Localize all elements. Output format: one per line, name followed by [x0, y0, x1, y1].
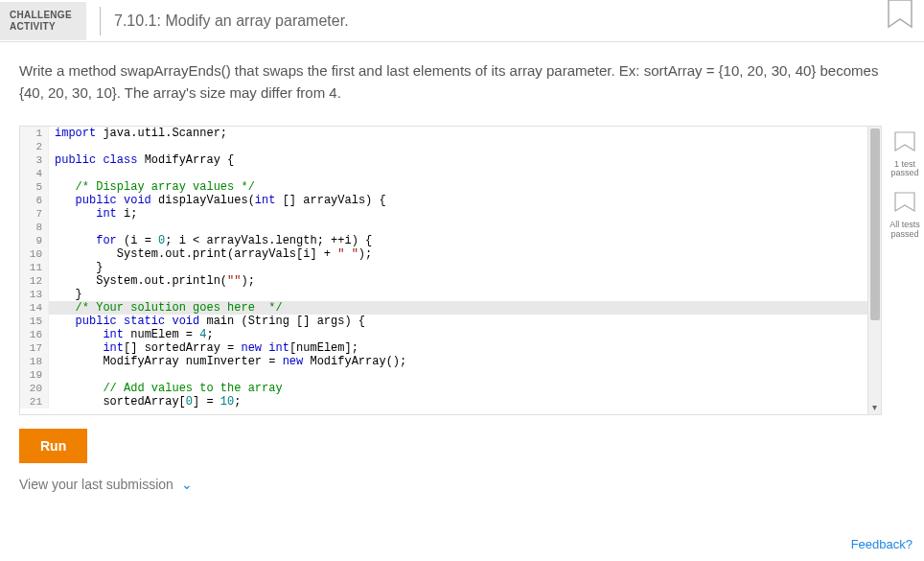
- line-number: 9: [20, 234, 49, 247]
- code-text[interactable]: int i;: [49, 207, 137, 221]
- code-text[interactable]: // Add values to the array: [49, 382, 283, 395]
- line-number: 12: [20, 274, 49, 288]
- code-line-7[interactable]: 7 int i;: [20, 207, 881, 221]
- code-text[interactable]: ModifyArray numInverter = new ModifyArra…: [49, 355, 406, 368]
- code-text[interactable]: public static void main (String [] args)…: [49, 315, 365, 328]
- code-editor[interactable]: 1import java.util.Scanner;23public class…: [19, 126, 882, 415]
- code-line-14[interactable]: 14 /* Your solution goes here */: [20, 301, 881, 315]
- line-number: 10: [20, 247, 49, 261]
- code-line-17[interactable]: 17 int[] sortedArray = new int[numElem];: [20, 341, 881, 355]
- header-divider: [100, 7, 101, 35]
- code-line-18[interactable]: 18 ModifyArray numInverter = new ModifyA…: [20, 355, 881, 368]
- activity-label-line2: ACTIVITY: [10, 21, 77, 33]
- activity-label: CHALLENGE ACTIVITY: [0, 2, 86, 40]
- line-number: 20: [20, 382, 49, 395]
- code-line-16[interactable]: 16 int numElem = 4;: [20, 328, 881, 341]
- code-text[interactable]: int numElem = 4;: [49, 328, 214, 341]
- scrollbar-track[interactable]: ▴ ▾: [867, 127, 881, 414]
- activity-label-line1: CHALLENGE: [10, 10, 77, 21]
- line-number: 4: [20, 167, 49, 180]
- chevron-down-icon: ⌄: [181, 477, 193, 492]
- code-text[interactable]: /* Your solution goes here */: [49, 301, 283, 315]
- one-test-badge: 1 test passed: [890, 131, 918, 179]
- bookmark-icon[interactable]: [888, 0, 912, 33]
- line-number: 17: [20, 341, 49, 355]
- line-number: 14: [20, 301, 49, 315]
- line-number: 13: [20, 288, 49, 301]
- line-number: 5: [20, 180, 49, 194]
- code-line-8[interactable]: 8: [20, 221, 881, 234]
- code-line-12[interactable]: 12 System.out.println("");: [20, 274, 881, 288]
- view-last-submission-label: View your last submission: [19, 477, 173, 492]
- code-line-21[interactable]: 21 sortedArray[0] = 10;: [20, 395, 881, 409]
- line-number: 16: [20, 328, 49, 341]
- run-button[interactable]: Run: [19, 429, 87, 463]
- line-number: 21: [20, 395, 49, 409]
- code-text[interactable]: import java.util.Scanner;: [49, 127, 227, 140]
- line-number: 19: [20, 368, 49, 382]
- code-line-13[interactable]: 13 }: [20, 288, 881, 301]
- all-tests-badge: All tests passed: [889, 192, 920, 240]
- activity-title: 7.10.1: Modify an array parameter.: [114, 12, 349, 30]
- scrollbar-thumb[interactable]: [870, 129, 880, 320]
- code-line-20[interactable]: 20 // Add values to the array: [20, 382, 881, 395]
- code-line-2[interactable]: 2: [20, 140, 881, 153]
- code-line-3[interactable]: 3public class ModifyArray {: [20, 153, 881, 167]
- line-number: 1: [20, 127, 49, 140]
- code-line-4[interactable]: 4: [20, 167, 881, 180]
- code-text[interactable]: }: [49, 261, 103, 274]
- view-last-submission[interactable]: View your last submission ⌄: [0, 477, 924, 492]
- code-text[interactable]: System.out.print(arrayVals[i] + " ");: [49, 247, 372, 261]
- scroll-down-icon[interactable]: ▾: [867, 401, 881, 414]
- code-text[interactable]: }: [49, 288, 82, 301]
- line-number: 6: [20, 194, 49, 207]
- code-text[interactable]: /* Display array values */: [49, 180, 255, 194]
- activity-description: Write a method swapArrayEnds() that swap…: [0, 42, 924, 126]
- line-number: 2: [20, 140, 49, 153]
- code-line-15[interactable]: 15 public static void main (String [] ar…: [20, 315, 881, 328]
- code-line-11[interactable]: 11 }: [20, 261, 881, 274]
- code-line-10[interactable]: 10 System.out.print(arrayVals[i] + " ");: [20, 247, 881, 261]
- line-number: 8: [20, 221, 49, 234]
- all-tests-label: All tests passed: [889, 221, 920, 240]
- code-line-9[interactable]: 9 for (i = 0; i < arrayVals.length; ++i)…: [20, 234, 881, 247]
- code-text[interactable]: System.out.println("");: [49, 274, 255, 288]
- code-line-1[interactable]: 1import java.util.Scanner;: [20, 127, 881, 140]
- code-text[interactable]: int[] sortedArray = new int[numElem];: [49, 341, 358, 355]
- line-number: 15: [20, 315, 49, 328]
- line-number: 11: [20, 261, 49, 274]
- code-line-5[interactable]: 5 /* Display array values */: [20, 180, 881, 194]
- code-line-6[interactable]: 6 public void displayValues(int [] array…: [20, 194, 881, 207]
- line-number: 7: [20, 207, 49, 221]
- line-number: 18: [20, 355, 49, 368]
- code-line-19[interactable]: 19: [20, 368, 881, 382]
- code-text[interactable]: sortedArray[0] = 10;: [49, 395, 241, 409]
- one-test-label: 1 test passed: [890, 160, 918, 179]
- code-text[interactable]: for (i = 0; i < arrayVals.length; ++i) {: [49, 234, 372, 247]
- code-text[interactable]: public void displayValues(int [] arrayVa…: [49, 194, 386, 207]
- line-number: 3: [20, 153, 49, 167]
- header: CHALLENGE ACTIVITY 7.10.1: Modify an arr…: [0, 0, 924, 42]
- code-text[interactable]: public class ModifyArray {: [49, 153, 234, 167]
- feedback-link[interactable]: Feedback?: [851, 537, 912, 551]
